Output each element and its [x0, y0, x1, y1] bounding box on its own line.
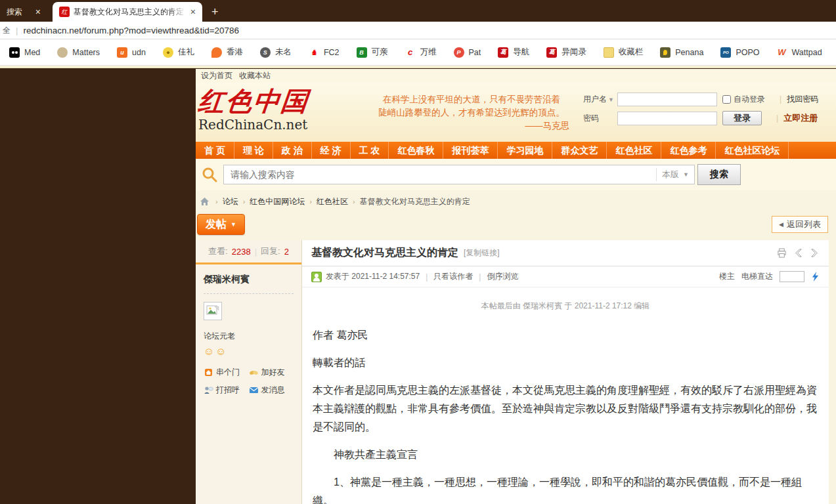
breadcrumb-board-group[interactable]: 红色中国网论坛: [250, 196, 305, 207]
breadcrumb-board[interactable]: 红色社区: [317, 196, 348, 207]
copy-link[interactable]: [复制链接]: [464, 247, 500, 259]
register-link[interactable]: 立即注册: [783, 112, 818, 124]
divider: |: [426, 272, 428, 282]
tab-title: 基督教文化对马克思主义的肯定: [74, 7, 187, 18]
address-bar[interactable]: 全 | redchinacn.net/forum.php?mod=viewthr…: [0, 22, 836, 39]
bookmark-hongkong[interactable]: 香港: [211, 47, 243, 58]
print-icon[interactable]: [777, 248, 787, 258]
chevron-down-icon: ▼: [683, 171, 689, 178]
bookmark-label: 异闻录: [561, 47, 586, 58]
elevator-input[interactable]: [780, 271, 804, 282]
jump-icon[interactable]: [811, 272, 820, 282]
elevator-label: 电梯直达: [741, 271, 773, 282]
breadcrumb-forum[interactable]: 论坛: [223, 196, 238, 207]
site-header: 红色中国 RedChinaCn.net 在科学上没有平坦的大道，只有不畏劳苦沿着…: [196, 83, 836, 142]
find-password-link[interactable]: 找回密码: [787, 94, 818, 105]
security-indicator[interactable]: 全: [3, 25, 11, 36]
bookmark-jiali[interactable]: ●佳礼: [163, 47, 194, 58]
divider: |: [776, 114, 778, 123]
nav-press-digest[interactable]: 报刊荟萃: [443, 142, 498, 159]
only-author-link[interactable]: 只看该作者: [433, 271, 473, 282]
globe-favicon-icon: S: [260, 47, 271, 58]
thread-title: 基督教文化对马克思主义的肯定: [311, 246, 458, 260]
bookmark-matters[interactable]: Matters: [57, 47, 100, 58]
nav-economy[interactable]: 经 济: [312, 142, 351, 159]
bookmark-wattpad[interactable]: WWattpad: [777, 47, 822, 58]
bookmark-pat[interactable]: PPat: [454, 47, 481, 58]
auto-login-label: 自动登录: [734, 94, 765, 105]
bookmark-med[interactable]: Med: [9, 47, 40, 58]
search-input[interactable]: [224, 166, 656, 183]
scope-label: 本版: [662, 169, 679, 180]
close-tab-icon[interactable]: ×: [190, 7, 196, 17]
quote-line: 在科学上没有平坦的大道，只有不畏劳苦沿着: [363, 93, 580, 106]
login-panel: 用户名▼ 自动登录 | 找回密码 密码 登录 | 立即注册: [583, 92, 836, 130]
bookmark-udn[interactable]: uudn: [117, 47, 146, 58]
bookmark-wanwei[interactable]: c万维: [405, 47, 437, 58]
password-label: 密码: [583, 113, 617, 124]
greet-link[interactable]: 打招呼: [204, 385, 249, 396]
site-topbar: 设为首页 收藏本站: [196, 69, 836, 83]
bookmark-yiwenlu[interactable]: 葛异闻录: [546, 47, 586, 58]
search-scope-select[interactable]: 本版▼: [656, 168, 694, 181]
penana-favicon-icon: [660, 47, 671, 58]
reverse-browse-link[interactable]: 倒序浏览: [487, 271, 518, 282]
nav-home[interactable]: 首 页: [196, 142, 234, 159]
nav-red-reference[interactable]: 红色参考: [661, 142, 716, 159]
bookmark-fc2[interactable]: ♞FC2: [309, 47, 340, 58]
fc2-favicon-icon: ♞: [309, 47, 319, 58]
browser-tab-search[interactable]: 搜索 ×: [0, 2, 47, 22]
site-logo[interactable]: 红色中国 RedChinaCn.net: [198, 87, 309, 133]
divider: |: [16, 26, 18, 35]
back-to-list-button[interactable]: ◀ 返回列表: [772, 216, 828, 233]
bookmark-popo[interactable]: POPOPO: [720, 47, 759, 58]
visit-space-link[interactable]: 串个门: [204, 367, 249, 378]
browser-tab-active[interactable]: 红 基督教文化对马克思主义的肯定 ×: [53, 2, 202, 22]
next-thread-icon[interactable]: [810, 248, 820, 258]
udn-favicon-icon: u: [117, 47, 127, 58]
add-friend-link[interactable]: 加好友: [249, 367, 294, 378]
new-tab-button[interactable]: +: [211, 5, 219, 19]
bookmark-label: 香港: [227, 47, 243, 58]
post-paragraph: 本文作者是認同馬克思主義的左派基督徒，本文從馬克思主義的角度理解聖經，有效的駁斥…: [313, 381, 818, 436]
search-box: 本版▼: [223, 165, 695, 184]
bookmark-label: 佳礼: [178, 47, 194, 58]
avatar[interactable]: [204, 302, 222, 320]
chevron-down-icon[interactable]: ▼: [608, 96, 614, 103]
password-field[interactable]: [617, 112, 717, 125]
url-text[interactable]: redchinacn.net/forum.php?mod=viewthread&…: [23, 26, 239, 35]
divider: [0, 66, 836, 68]
floor-label: 楼主: [719, 271, 735, 282]
bookmark-penana[interactable]: Penana: [660, 47, 703, 58]
nav-red-annals[interactable]: 红色春秋: [389, 142, 443, 159]
send-message-link[interactable]: 发消息: [249, 385, 294, 396]
login-button[interactable]: 登录: [722, 111, 762, 125]
nav-red-community[interactable]: 红色社区: [607, 142, 661, 159]
bookmark-weiming[interactable]: S未名: [260, 47, 292, 58]
prev-thread-icon[interactable]: [793, 248, 803, 258]
author-username-link[interactable]: 傑瑞米柯賓: [204, 274, 250, 284]
bookmark-daohang[interactable]: 葛导航: [498, 47, 529, 58]
bookmark-keqin[interactable]: B可亲: [357, 47, 388, 58]
close-tab-icon[interactable]: ×: [35, 7, 41, 17]
nav-mass-arts[interactable]: 群众文艺: [552, 142, 607, 159]
bookmark-folder[interactable]: 收藏栏: [604, 47, 644, 58]
nav-study-garden[interactable]: 学习园地: [498, 142, 552, 159]
edit-note: 本帖最后由 傑瑞米柯賓 于 2021-11-2 17:12 编辑: [302, 301, 829, 312]
auto-login-checkbox[interactable]: [722, 95, 731, 104]
search-button[interactable]: 搜索: [697, 164, 741, 185]
nav-theory[interactable]: 理 论: [234, 142, 273, 159]
new-post-button[interactable]: 发帖 ▼: [197, 214, 245, 235]
nav-red-forum[interactable]: 红色社区论坛: [716, 142, 789, 159]
breadcrumb: › 论坛 › 红色中国网论坛 › 红色社区 › 基督教文化对马克思主义的肯定: [196, 193, 836, 210]
username-field[interactable]: [617, 93, 717, 106]
home-icon[interactable]: [200, 197, 209, 207]
marx-quote: 在科学上没有平坦的大道，只有不畏劳苦沿着 陡峭山路攀登的人，才有希望达到光辉的顶…: [363, 93, 580, 133]
search-band: 本版▼ 搜索: [196, 159, 836, 190]
set-homepage-link[interactable]: 设为首页: [201, 70, 232, 81]
favorite-site-link[interactable]: 收藏本站: [239, 70, 271, 81]
nav-politics[interactable]: 政 治: [273, 142, 312, 159]
handshake-icon: [249, 368, 259, 377]
user-rank: 论坛元老: [204, 331, 294, 342]
nav-workers[interactable]: 工 农: [351, 142, 389, 159]
